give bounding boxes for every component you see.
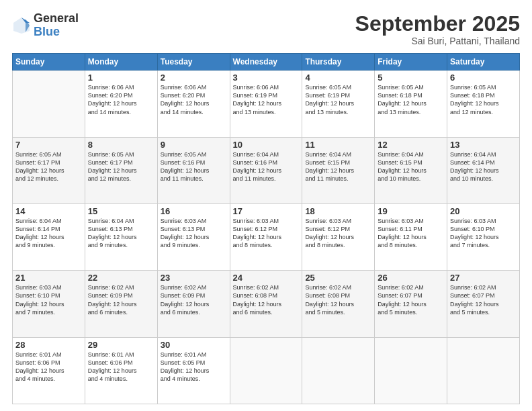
day-number: 14 <box>15 206 82 216</box>
table-row: 29Sunrise: 6:01 AMSunset: 6:06 PMDayligh… <box>85 337 157 404</box>
day-number: 4 <box>305 73 371 83</box>
table-row: 6Sunrise: 6:05 AMSunset: 6:18 PMDaylight… <box>447 71 520 137</box>
title-section: September 2025 Sai Buri, Pattani, Thaila… <box>355 12 520 46</box>
month-title: September 2025 <box>355 12 520 36</box>
page: General Blue September 2025 Sai Buri, Pa… <box>0 0 532 411</box>
table-row: 22Sunrise: 6:02 AMSunset: 6:09 PMDayligh… <box>85 271 157 337</box>
day-info: Sunrise: 6:06 AMSunset: 6:20 PMDaylight:… <box>88 83 154 116</box>
day-info: Sunrise: 6:03 AMSunset: 6:10 PMDaylight:… <box>15 283 82 316</box>
table-row: 4Sunrise: 6:05 AMSunset: 6:19 PMDaylight… <box>302 71 375 137</box>
table-row: 7Sunrise: 6:05 AMSunset: 6:17 PMDaylight… <box>13 137 85 203</box>
day-info: Sunrise: 6:05 AMSunset: 6:18 PMDaylight:… <box>450 83 517 116</box>
logo-general: General <box>34 12 79 26</box>
calendar-week-row: 28Sunrise: 6:01 AMSunset: 6:06 PMDayligh… <box>13 337 520 404</box>
table-row <box>13 71 85 137</box>
day-info: Sunrise: 6:02 AMSunset: 6:08 PMDaylight:… <box>233 283 300 316</box>
day-info: Sunrise: 6:02 AMSunset: 6:09 PMDaylight:… <box>161 283 227 316</box>
table-row: 12Sunrise: 6:04 AMSunset: 6:15 PMDayligh… <box>375 137 447 203</box>
table-row: 9Sunrise: 6:05 AMSunset: 6:16 PMDaylight… <box>157 137 230 203</box>
day-number: 13 <box>450 140 517 150</box>
header-tuesday: Tuesday <box>157 54 230 71</box>
day-number: 21 <box>15 273 82 283</box>
day-number: 26 <box>378 273 444 283</box>
day-number: 3 <box>233 73 300 83</box>
day-number: 22 <box>88 273 154 283</box>
table-row: 3Sunrise: 6:06 AMSunset: 6:19 PMDaylight… <box>230 71 302 137</box>
day-info: Sunrise: 6:02 AMSunset: 6:09 PMDaylight:… <box>88 283 154 316</box>
table-row: 10Sunrise: 6:04 AMSunset: 6:16 PMDayligh… <box>230 137 302 203</box>
day-number: 1 <box>88 73 154 83</box>
day-info: Sunrise: 6:05 AMSunset: 6:19 PMDaylight:… <box>305 83 371 116</box>
header-wednesday: Wednesday <box>230 54 302 71</box>
table-row: 16Sunrise: 6:03 AMSunset: 6:13 PMDayligh… <box>157 203 230 270</box>
table-row <box>375 337 447 404</box>
day-info: Sunrise: 6:03 AMSunset: 6:11 PMDaylight:… <box>378 217 444 250</box>
table-row: 17Sunrise: 6:03 AMSunset: 6:12 PMDayligh… <box>230 203 302 270</box>
day-info: Sunrise: 6:02 AMSunset: 6:08 PMDaylight:… <box>305 283 371 316</box>
table-row: 18Sunrise: 6:03 AMSunset: 6:12 PMDayligh… <box>302 203 375 270</box>
table-row: 2Sunrise: 6:06 AMSunset: 6:20 PMDaylight… <box>157 71 230 137</box>
table-row: 25Sunrise: 6:02 AMSunset: 6:08 PMDayligh… <box>302 271 375 337</box>
table-row: 26Sunrise: 6:02 AMSunset: 6:07 PMDayligh… <box>375 271 447 337</box>
day-info: Sunrise: 6:02 AMSunset: 6:07 PMDaylight:… <box>378 283 444 316</box>
day-number: 19 <box>378 206 444 216</box>
logo: General Blue <box>12 12 79 39</box>
day-number: 29 <box>88 340 154 350</box>
logo-icon <box>12 16 31 35</box>
day-number: 8 <box>88 140 154 150</box>
header-saturday: Saturday <box>447 54 520 71</box>
day-number: 18 <box>305 206 371 216</box>
calendar-table: Sunday Monday Tuesday Wednesday Thursday… <box>12 53 520 404</box>
day-info: Sunrise: 6:04 AMSunset: 6:15 PMDaylight:… <box>378 150 444 183</box>
header: General Blue September 2025 Sai Buri, Pa… <box>12 12 520 46</box>
table-row: 5Sunrise: 6:05 AMSunset: 6:18 PMDaylight… <box>375 71 447 137</box>
table-row <box>302 337 375 404</box>
day-number: 7 <box>15 140 82 150</box>
day-number: 2 <box>161 73 227 83</box>
day-info: Sunrise: 6:01 AMSunset: 6:05 PMDaylight:… <box>161 351 227 383</box>
calendar-week-row: 21Sunrise: 6:03 AMSunset: 6:10 PMDayligh… <box>13 271 520 337</box>
table-row: 13Sunrise: 6:04 AMSunset: 6:14 PMDayligh… <box>447 137 520 203</box>
day-info: Sunrise: 6:04 AMSunset: 6:13 PMDaylight:… <box>88 217 154 250</box>
header-monday: Monday <box>85 54 157 71</box>
day-info: Sunrise: 6:05 AMSunset: 6:17 PMDaylight:… <box>88 150 154 183</box>
day-info: Sunrise: 6:03 AMSunset: 6:13 PMDaylight:… <box>161 217 227 250</box>
day-number: 27 <box>450 273 517 283</box>
location-subtitle: Sai Buri, Pattani, Thailand <box>355 36 520 46</box>
day-number: 15 <box>88 206 154 216</box>
weekday-header-row: Sunday Monday Tuesday Wednesday Thursday… <box>13 54 520 71</box>
day-number: 28 <box>15 340 82 350</box>
table-row: 14Sunrise: 6:04 AMSunset: 6:14 PMDayligh… <box>13 203 85 270</box>
table-row <box>230 337 302 404</box>
day-number: 16 <box>161 206 227 216</box>
day-info: Sunrise: 6:05 AMSunset: 6:18 PMDaylight:… <box>378 83 444 116</box>
table-row: 24Sunrise: 6:02 AMSunset: 6:08 PMDayligh… <box>230 271 302 337</box>
day-info: Sunrise: 6:05 AMSunset: 6:17 PMDaylight:… <box>15 150 82 183</box>
day-info: Sunrise: 6:02 AMSunset: 6:07 PMDaylight:… <box>450 283 517 316</box>
day-number: 23 <box>161 273 227 283</box>
day-info: Sunrise: 6:01 AMSunset: 6:06 PMDaylight:… <box>15 351 82 383</box>
day-number: 5 <box>378 73 444 83</box>
table-row: 23Sunrise: 6:02 AMSunset: 6:09 PMDayligh… <box>157 271 230 337</box>
day-info: Sunrise: 6:06 AMSunset: 6:20 PMDaylight:… <box>161 83 227 116</box>
table-row: 21Sunrise: 6:03 AMSunset: 6:10 PMDayligh… <box>13 271 85 337</box>
day-number: 10 <box>233 140 300 150</box>
day-info: Sunrise: 6:03 AMSunset: 6:10 PMDaylight:… <box>450 217 517 250</box>
day-number: 12 <box>378 140 444 150</box>
calendar-week-row: 14Sunrise: 6:04 AMSunset: 6:14 PMDayligh… <box>13 203 520 270</box>
day-info: Sunrise: 6:04 AMSunset: 6:16 PMDaylight:… <box>233 150 300 183</box>
day-number: 20 <box>450 206 517 216</box>
day-number: 30 <box>161 340 227 350</box>
day-info: Sunrise: 6:04 AMSunset: 6:15 PMDaylight:… <box>305 150 371 183</box>
day-number: 25 <box>305 273 371 283</box>
logo-blue: Blue <box>34 26 79 39</box>
table-row <box>447 337 520 404</box>
day-info: Sunrise: 6:03 AMSunset: 6:12 PMDaylight:… <box>305 217 371 250</box>
table-row: 19Sunrise: 6:03 AMSunset: 6:11 PMDayligh… <box>375 203 447 270</box>
logo-text: General Blue <box>34 12 79 39</box>
day-number: 11 <box>305 140 371 150</box>
table-row: 1Sunrise: 6:06 AMSunset: 6:20 PMDaylight… <box>85 71 157 137</box>
table-row: 27Sunrise: 6:02 AMSunset: 6:07 PMDayligh… <box>447 271 520 337</box>
day-number: 17 <box>233 206 300 216</box>
header-sunday: Sunday <box>13 54 85 71</box>
